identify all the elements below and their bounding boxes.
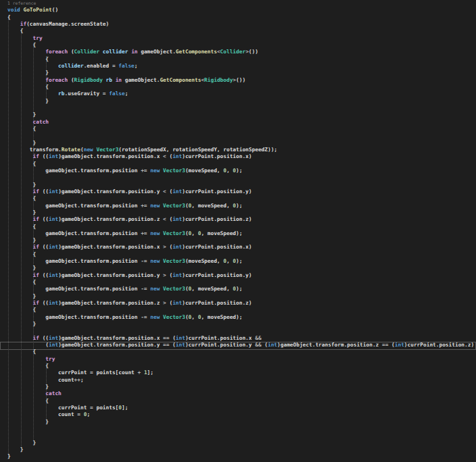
code-token: ]; (122, 405, 128, 411)
code-token (7, 21, 20, 27)
code-token: ( (166, 272, 172, 278)
code-token: , (227, 168, 233, 174)
code-line[interactable]: gameObject.transform.position -= new Vec… (7, 314, 476, 321)
code-token: gameObject.transform.position (7, 314, 141, 320)
code-line[interactable]: collider.enabled = false; (7, 63, 476, 70)
code-token: )currPoint.position.z) (404, 342, 474, 348)
code-line[interactable]: if ((int)gameObject.transform.position.x… (7, 153, 476, 160)
code-line[interactable]: void GoToPoint() (7, 7, 476, 14)
code-line[interactable]: gameObject.transform.position += new Vec… (7, 203, 476, 209)
code-line[interactable]: if ((int)gameObject.transform.position.z… (7, 300, 476, 307)
code-line[interactable]: catch (7, 119, 476, 126)
code-token: Rigidbody (74, 77, 103, 83)
code-line[interactable]: { (7, 251, 476, 258)
code-token (7, 356, 45, 362)
code-token: )gameObject.transform.position.y (58, 342, 163, 348)
code-line[interactable]: { (7, 398, 476, 405)
code-line[interactable]: { (7, 363, 476, 369)
code-line[interactable]: { (7, 307, 476, 313)
code-line[interactable]: if(canvasManage.screenState) (7, 21, 476, 28)
code-line[interactable]: { (7, 224, 476, 230)
code-line[interactable]: } (7, 446, 476, 453)
code-line[interactable]: currPoint = points[count + 1]; (7, 369, 476, 376)
code-line[interactable]: count++; (7, 377, 476, 384)
code-token: void (7, 7, 20, 13)
code-line[interactable]: { (7, 161, 476, 168)
code-line[interactable]: } (7, 182, 476, 188)
code-line[interactable]: } (7, 453, 476, 460)
code-line[interactable] (7, 105, 476, 111)
code-line[interactable]: { (7, 279, 476, 286)
code-token: .enabled (84, 63, 112, 69)
code-line[interactable]: } (7, 440, 476, 446)
code-token: ( (262, 342, 268, 348)
code-line[interactable]: { (7, 349, 476, 355)
code-line[interactable] (7, 132, 476, 139)
code-line[interactable]: } (7, 321, 476, 328)
code-token (7, 35, 33, 41)
code-line[interactable]: gameObject.transform.position -= new Vec… (7, 258, 476, 265)
code-line[interactable]: try (7, 356, 476, 363)
code-line[interactable]: gameObject.transform.position += new Vec… (7, 168, 476, 174)
code-token: -= (141, 286, 147, 292)
code-line[interactable]: (int)gameObject.transform.position.y == … (7, 342, 476, 349)
code-line[interactable]: } (7, 265, 476, 272)
code-line[interactable]: } (7, 384, 476, 390)
code-line[interactable]: if ((int)gameObject.transform.position.z… (7, 216, 476, 223)
code-token: += (141, 168, 147, 174)
code-line[interactable]: transform.Rotate(new Vector3(rotationSpe… (7, 147, 476, 153)
code-line[interactable]: } (7, 237, 476, 244)
code-token: new (150, 314, 160, 320)
code-token: += (141, 230, 147, 236)
code-token: Vector3 (163, 203, 185, 209)
code-line[interactable]: { (7, 84, 476, 91)
code-token: Vector3 (163, 258, 185, 264)
code-token: } (7, 140, 36, 146)
code-line[interactable]: currPoint = points[0]; (7, 405, 476, 411)
code-line[interactable]: } (7, 111, 476, 118)
code-token: GetComponents (160, 77, 201, 83)
code-line[interactable]: } (7, 419, 476, 426)
code-line[interactable] (7, 432, 476, 439)
code-token (7, 216, 33, 222)
code-line[interactable]: } (7, 70, 476, 76)
code-line[interactable]: try (7, 35, 476, 42)
code-line[interactable]: { (7, 14, 476, 21)
code-line[interactable]: if ((int)gameObject.transform.position.x… (7, 244, 476, 251)
code-token: )gameObject.transform.position.z (277, 342, 382, 348)
code-line[interactable]: { (7, 28, 476, 34)
code-token: )currPoint.position.x (185, 335, 255, 341)
code-line[interactable]: foreach (Collider collider in gameObject… (7, 49, 476, 55)
code-line[interactable] (7, 426, 476, 432)
code-token: points[ (93, 405, 119, 411)
code-line[interactable]: } (7, 293, 476, 300)
code-line[interactable]: { (7, 42, 476, 49)
code-token: catch (33, 119, 49, 125)
code-token: } (7, 111, 36, 118)
code-line[interactable]: foreach (Rigidbody rb in gameObject.GetC… (7, 77, 476, 84)
code-line[interactable]: { (7, 195, 476, 202)
code-line[interactable]: gameObject.transform.position -= new Vec… (7, 286, 476, 292)
code-token: int (49, 188, 58, 195)
code-line[interactable]: count = 0; (7, 411, 476, 418)
code-line[interactable] (7, 328, 476, 334)
code-token: false (118, 63, 134, 69)
code-token: , (227, 258, 233, 264)
codelens-references[interactable]: 1 reference (7, 0, 476, 7)
code-line[interactable]: { (7, 56, 476, 63)
code-line[interactable]: catch (7, 390, 476, 397)
code-line[interactable]: if ((int)gameObject.transform.position.y… (7, 188, 476, 195)
code-line[interactable]: if ((int)gameObject.transform.position.y… (7, 272, 476, 279)
code-editor[interactable]: 1 referencevoid GoToPoint(){ if(canvasMa… (0, 0, 476, 462)
code-token: catch (45, 390, 61, 396)
code-line[interactable]: } (7, 140, 476, 147)
code-token: Vector3 (163, 230, 185, 236)
code-line[interactable]: } (7, 209, 476, 216)
code-line[interactable]: } (7, 98, 476, 105)
code-line[interactable] (7, 174, 476, 181)
code-line[interactable]: if ((int)gameObject.transform.position.x… (7, 335, 476, 342)
code-token: )gameObject.transform.position.y (58, 272, 163, 278)
code-line[interactable]: { (7, 126, 476, 132)
code-line[interactable]: rb.useGravity = false; (7, 91, 476, 97)
code-line[interactable]: gameObject.transform.position += new Vec… (7, 230, 476, 237)
